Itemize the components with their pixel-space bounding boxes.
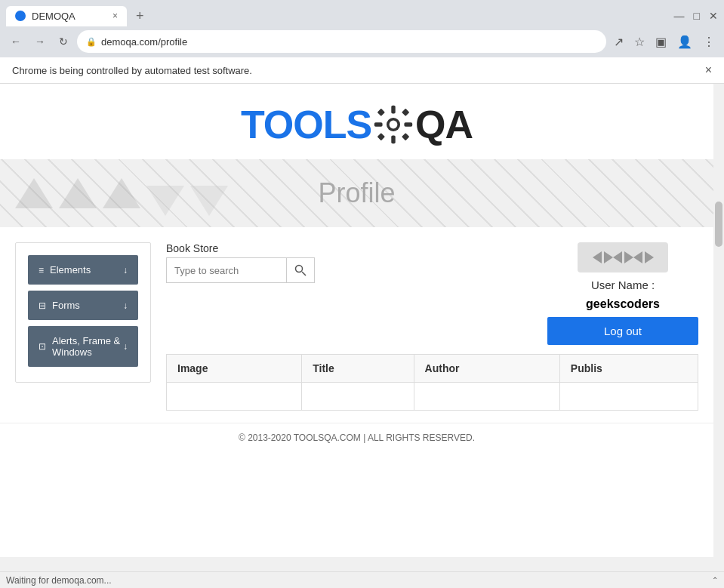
table-cell-title — [302, 383, 414, 411]
footer-text: © 2013-2020 TOOLSQA.COM | ALL RIGHTS RES… — [239, 433, 475, 443]
scrollbar-thumb[interactable] — [715, 202, 722, 247]
books-table: Image Title Author Publis — [166, 354, 698, 411]
status-text: Waiting for demoqa.com... — [6, 575, 112, 586]
sidebar-item-alerts[interactable]: ⊡ Alerts, Frame & Windows ↓ — [28, 326, 138, 367]
sidebar-item-forms[interactable]: ⊟ Forms ↓ — [28, 291, 138, 320]
forward-button[interactable]: → — [30, 32, 50, 51]
menu-button[interactable]: ⋮ — [700, 33, 718, 51]
logout-button[interactable]: Log out — [547, 317, 698, 345]
svg-rect-5 — [404, 122, 412, 126]
alerts-arrow-icon: ↓ — [123, 341, 128, 352]
maximize-button[interactable]: □ — [694, 10, 700, 22]
lock-icon: 🔒 — [86, 37, 97, 47]
banner-close-button[interactable]: × — [705, 63, 712, 77]
elements-icon: ≡ — [39, 265, 44, 276]
table-cell-author — [414, 383, 559, 411]
svg-point-1 — [390, 121, 398, 129]
svg-rect-8 — [377, 133, 385, 140]
search-icon — [294, 264, 307, 276]
search-button[interactable] — [287, 257, 315, 283]
automation-banner: Chrome is being controlled by automated … — [0, 57, 724, 84]
username-label: User Name : — [591, 279, 655, 291]
close-window-button[interactable]: ✕ — [709, 10, 718, 22]
table-row — [167, 383, 698, 411]
page-content: TOOLS QA — [0, 84, 713, 557]
automation-message: Chrome is being controlled by automated … — [12, 65, 252, 76]
top-section: Book Store — [166, 242, 698, 345]
sidebar: ≡ Elements ↓ ⊟ Forms ↓ ⊡ Alerts, Frame — [15, 242, 151, 383]
svg-rect-4 — [374, 122, 383, 126]
content-area: Book Store — [166, 242, 698, 411]
logo-gear-icon — [373, 104, 414, 145]
svg-rect-3 — [391, 135, 395, 143]
svg-rect-9 — [402, 133, 409, 140]
tab-title: DEMOQA — [32, 11, 75, 22]
forms-arrow-icon: ↓ — [123, 300, 128, 311]
alerts-icon: ⊡ — [39, 341, 46, 352]
bookmark-button[interactable]: ☆ — [631, 33, 648, 51]
books-colon: Store — [193, 242, 218, 254]
svg-rect-2 — [391, 106, 395, 114]
logo-tools: TOOLS — [241, 102, 371, 147]
svg-point-10 — [296, 266, 303, 272]
table-header-title: Title — [302, 355, 414, 383]
table-header-publisher: Publis — [559, 355, 698, 383]
table-header-author: Author — [414, 355, 559, 383]
profile-button[interactable]: 👤 — [674, 33, 695, 51]
table-cell-publisher — [559, 383, 698, 411]
search-row — [166, 257, 535, 283]
user-section: User Name : geekscoders Log out — [547, 242, 698, 345]
address-bar[interactable]: 🔒 demoqa.com/profile — [77, 30, 606, 53]
elements-arrow-icon: ↓ — [123, 265, 128, 276]
svg-rect-6 — [377, 109, 385, 116]
sidebar-label-forms: Forms — [52, 300, 80, 311]
address-text: demoqa.com/profile — [101, 36, 597, 48]
chevron-down-icon: ⌃ — [712, 576, 718, 584]
back-button[interactable]: ← — [6, 32, 26, 51]
customize-button[interactable]: ▣ — [652, 33, 670, 51]
scrollbar[interactable] — [713, 199, 724, 588]
books-section: Book Store — [166, 242, 535, 283]
share-button[interactable]: ↗ — [611, 33, 627, 51]
active-tab[interactable]: DEMOQA × — [6, 6, 127, 26]
sidebar-label-elements: Elements — [50, 264, 91, 276]
logo[interactable]: TOOLS QA — [241, 102, 473, 147]
logo-area: TOOLS QA — [0, 84, 713, 159]
main-area: ≡ Elements ↓ ⊟ Forms ↓ ⊡ Alerts, Frame — [0, 227, 713, 411]
status-bar: Waiting for demoqa.com... ⌃ — [0, 571, 724, 588]
tab-favicon — [15, 11, 26, 21]
table-cell-image — [167, 383, 302, 411]
new-tab-button[interactable]: + — [130, 7, 150, 26]
username-value: geekscoders — [586, 297, 660, 310]
forms-icon: ⊟ — [39, 300, 46, 311]
refresh-button[interactable]: ↻ — [54, 32, 72, 51]
footer: © 2013-2020 TOOLSQA.COM | ALL RIGHTS RES… — [0, 423, 713, 452]
sidebar-item-elements[interactable]: ≡ Elements ↓ — [28, 255, 138, 285]
username-value-row: geekscoders — [586, 297, 660, 311]
sidebar-label-alerts: Alerts, Frame & Windows — [52, 335, 123, 358]
tab-close-button[interactable]: × — [112, 11, 118, 21]
profile-banner: Profile — [0, 159, 713, 227]
profile-title: Profile — [318, 177, 395, 209]
svg-rect-7 — [402, 109, 409, 116]
books-label: Book Store — [166, 242, 535, 254]
table-header-image: Image — [167, 355, 302, 383]
svg-line-11 — [302, 272, 306, 276]
user-avatar — [578, 242, 668, 272]
books-text: Book — [166, 242, 190, 254]
search-input[interactable] — [166, 257, 287, 283]
username-row: User Name : — [591, 279, 655, 291]
logo-qa: QA — [415, 102, 473, 147]
minimize-button[interactable]: — — [674, 10, 685, 22]
